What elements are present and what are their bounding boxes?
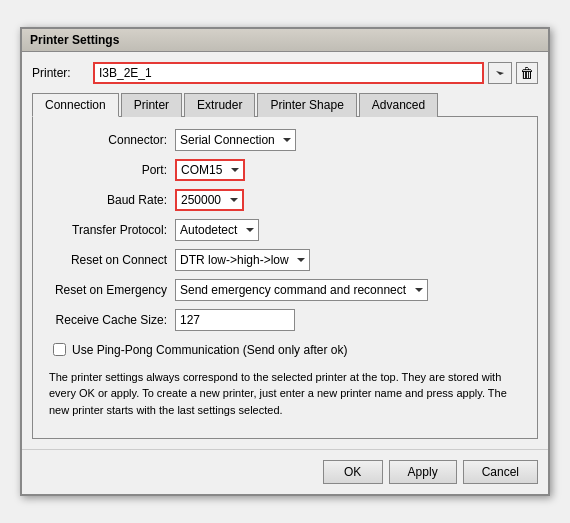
protocol-control: Autodetect bbox=[175, 219, 525, 241]
info-text: The printer settings always correspond t… bbox=[49, 369, 521, 419]
protocol-select-wrapper: Autodetect bbox=[175, 219, 259, 241]
pingpong-row: Use Ping-Pong Communication (Send only a… bbox=[53, 343, 525, 357]
tab-content-connection: Connector: Serial Connection Port: COM15 bbox=[32, 117, 538, 440]
baud-row: Baud Rate: 250000 bbox=[45, 189, 525, 211]
emergency-row: Reset on Emergency Send emergency comman… bbox=[45, 279, 525, 301]
reset-control: DTR low->high->low bbox=[175, 249, 525, 271]
cache-control bbox=[175, 309, 525, 331]
protocol-row: Transfer Protocol: Autodetect bbox=[45, 219, 525, 241]
port-select[interactable]: COM15 bbox=[175, 159, 245, 181]
dialog-title: Printer Settings bbox=[30, 33, 119, 47]
tabs: Connection Printer Extruder Printer Shap… bbox=[32, 92, 538, 117]
tab-extruder[interactable]: Extruder bbox=[184, 93, 255, 117]
printer-name-input[interactable] bbox=[93, 62, 484, 84]
connector-control: Serial Connection bbox=[175, 129, 525, 151]
printer-row: Printer: 🗑 bbox=[32, 62, 538, 84]
baud-select[interactable]: 250000 bbox=[175, 189, 244, 211]
connector-row: Connector: Serial Connection bbox=[45, 129, 525, 151]
tab-advanced[interactable]: Advanced bbox=[359, 93, 438, 117]
tab-printer[interactable]: Printer bbox=[121, 93, 182, 117]
printer-input-container: 🗑 bbox=[93, 62, 538, 84]
reset-select-wrapper: DTR low->high->low bbox=[175, 249, 310, 271]
reset-select[interactable]: DTR low->high->low bbox=[175, 249, 310, 271]
reset-row: Reset on Connect DTR low->high->low bbox=[45, 249, 525, 271]
pingpong-checkbox[interactable] bbox=[53, 343, 66, 356]
cache-row: Receive Cache Size: bbox=[45, 309, 525, 331]
baud-control: 250000 bbox=[175, 189, 525, 211]
emergency-select-wrapper: Send emergency command and reconnect bbox=[175, 279, 428, 301]
baud-select-wrapper: 250000 bbox=[175, 189, 244, 211]
apply-button[interactable]: Apply bbox=[389, 460, 457, 484]
emergency-label: Reset on Emergency bbox=[45, 283, 175, 297]
tab-printer-shape[interactable]: Printer Shape bbox=[257, 93, 356, 117]
printer-settings-dialog: Printer Settings Printer: 🗑 Connection P… bbox=[20, 27, 550, 497]
pingpong-label: Use Ping-Pong Communication (Send only a… bbox=[72, 343, 347, 357]
tab-connection[interactable]: Connection bbox=[32, 93, 119, 117]
cancel-button[interactable]: Cancel bbox=[463, 460, 538, 484]
title-bar: Printer Settings bbox=[22, 29, 548, 52]
printer-label: Printer: bbox=[32, 66, 87, 80]
connector-label: Connector: bbox=[45, 133, 175, 147]
emergency-select[interactable]: Send emergency command and reconnect bbox=[175, 279, 428, 301]
cache-input[interactable] bbox=[175, 309, 295, 331]
baud-label: Baud Rate: bbox=[45, 193, 175, 207]
protocol-label: Transfer Protocol: bbox=[45, 223, 175, 237]
port-control: COM15 bbox=[175, 159, 525, 181]
reset-label: Reset on Connect bbox=[45, 253, 175, 267]
port-label: Port: bbox=[45, 163, 175, 177]
port-row: Port: COM15 bbox=[45, 159, 525, 181]
delete-printer-button[interactable]: 🗑 bbox=[516, 62, 538, 84]
cache-label: Receive Cache Size: bbox=[45, 313, 175, 327]
ok-button[interactable]: OK bbox=[323, 460, 383, 484]
protocol-select[interactable]: Autodetect bbox=[175, 219, 259, 241]
connector-select[interactable]: Serial Connection bbox=[175, 129, 296, 151]
connector-select-wrapper: Serial Connection bbox=[175, 129, 296, 151]
port-select-wrapper: COM15 bbox=[175, 159, 245, 181]
dialog-body: Printer: 🗑 Connection Printer Extruder P… bbox=[22, 52, 548, 450]
emergency-control: Send emergency command and reconnect bbox=[175, 279, 525, 301]
footer: OK Apply Cancel bbox=[22, 449, 548, 494]
printer-dropdown-btn[interactable] bbox=[488, 62, 512, 84]
